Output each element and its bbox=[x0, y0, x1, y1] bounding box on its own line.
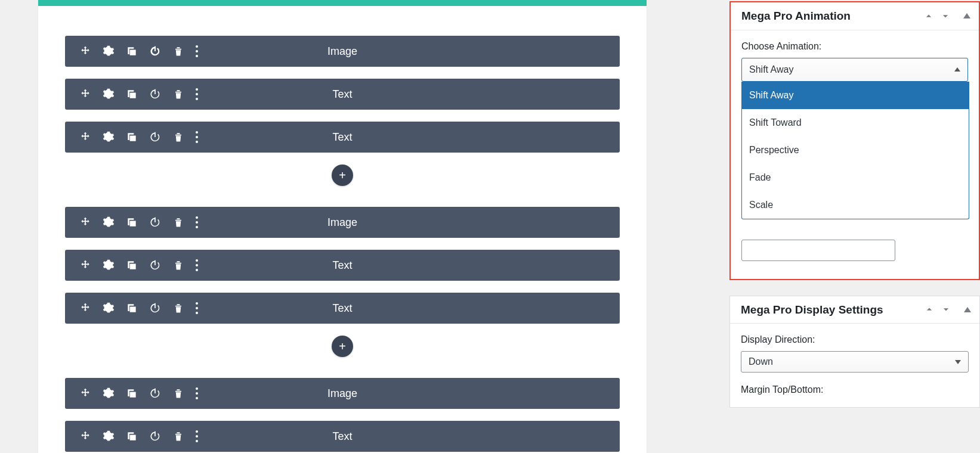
block-row[interactable]: Text bbox=[65, 122, 620, 153]
duplicate-icon[interactable] bbox=[126, 88, 138, 100]
power-icon[interactable] bbox=[149, 216, 161, 228]
move-icon[interactable] bbox=[79, 45, 91, 57]
gear-icon[interactable] bbox=[103, 131, 115, 143]
more-icon[interactable] bbox=[196, 259, 198, 271]
gear-icon[interactable] bbox=[103, 45, 115, 57]
block-row[interactable]: Text bbox=[65, 421, 620, 452]
option-shift-away[interactable]: Shift Away bbox=[742, 82, 969, 109]
block-label: Image bbox=[327, 45, 357, 58]
more-icon[interactable] bbox=[196, 302, 198, 314]
trash-icon[interactable] bbox=[172, 45, 184, 57]
option-scale[interactable]: Scale bbox=[742, 191, 969, 219]
chevron-down-icon[interactable] bbox=[939, 10, 951, 22]
move-icon[interactable] bbox=[79, 430, 91, 442]
gear-icon[interactable] bbox=[103, 430, 115, 442]
block-row[interactable]: Image bbox=[65, 36, 620, 67]
block-label: Image bbox=[327, 387, 357, 400]
more-icon[interactable] bbox=[196, 387, 198, 399]
move-icon[interactable] bbox=[79, 387, 91, 399]
trash-icon[interactable] bbox=[172, 259, 184, 271]
svg-rect-0 bbox=[154, 89, 156, 94]
more-icon[interactable] bbox=[196, 430, 198, 442]
editor-canvas: Image Text bbox=[0, 0, 685, 453]
move-icon[interactable] bbox=[79, 302, 91, 314]
sidebar: Mega Pro Animation Choose Animation: Shi… bbox=[685, 0, 980, 453]
collapse-icon[interactable] bbox=[963, 13, 970, 18]
secondary-input[interactable] bbox=[741, 240, 895, 261]
option-perspective[interactable]: Perspective bbox=[742, 136, 969, 164]
gear-icon[interactable] bbox=[103, 216, 115, 228]
move-icon[interactable] bbox=[79, 259, 91, 271]
section-header-bar bbox=[38, 0, 647, 6]
duplicate-icon[interactable] bbox=[126, 259, 138, 271]
gear-icon[interactable] bbox=[103, 88, 115, 100]
block-label: Text bbox=[332, 88, 352, 101]
block-label: Image bbox=[327, 216, 357, 229]
animation-select[interactable]: Shift Away bbox=[741, 58, 968, 82]
svg-rect-1 bbox=[154, 132, 156, 137]
block-row[interactable]: Text bbox=[65, 79, 620, 110]
power-icon[interactable] bbox=[149, 259, 161, 271]
duplicate-icon[interactable] bbox=[126, 45, 138, 57]
gear-icon[interactable] bbox=[103, 302, 115, 314]
power-icon[interactable] bbox=[149, 45, 161, 57]
block-label: Text bbox=[332, 131, 352, 144]
animation-panel: Mega Pro Animation Choose Animation: Shi… bbox=[729, 1, 980, 280]
more-icon[interactable] bbox=[196, 45, 198, 57]
direction-select[interactable]: Down bbox=[741, 351, 969, 373]
duplicate-icon[interactable] bbox=[126, 131, 138, 143]
gear-icon[interactable] bbox=[103, 387, 115, 399]
block-row[interactable]: Text bbox=[65, 250, 620, 281]
block-row[interactable]: Image bbox=[65, 207, 620, 238]
move-icon[interactable] bbox=[79, 88, 91, 100]
more-icon[interactable] bbox=[196, 88, 198, 100]
add-block-button[interactable]: + bbox=[332, 165, 353, 186]
trash-icon[interactable] bbox=[172, 430, 184, 442]
panel-title: Mega Pro Display Settings bbox=[741, 302, 923, 318]
block-label: Text bbox=[332, 430, 352, 443]
content-panel: Image Text bbox=[38, 0, 647, 453]
svg-rect-3 bbox=[154, 260, 156, 265]
duplicate-icon[interactable] bbox=[126, 387, 138, 399]
trash-icon[interactable] bbox=[172, 88, 184, 100]
add-block-button[interactable]: + bbox=[332, 336, 353, 357]
collapse-icon[interactable] bbox=[964, 307, 971, 312]
svg-rect-4 bbox=[154, 303, 156, 308]
option-shift-toward[interactable]: Shift Toward bbox=[742, 109, 969, 136]
select-value: Down bbox=[749, 356, 773, 367]
triangle-down-icon bbox=[955, 360, 961, 364]
duplicate-icon[interactable] bbox=[126, 216, 138, 228]
chevron-up-icon[interactable] bbox=[923, 303, 935, 315]
animation-dropdown: Shift Away Shift Toward Perspective Fade… bbox=[741, 82, 969, 219]
trash-icon[interactable] bbox=[172, 387, 184, 399]
direction-field-label: Display Direction: bbox=[741, 334, 969, 345]
move-icon[interactable] bbox=[79, 131, 91, 143]
trash-icon[interactable] bbox=[172, 216, 184, 228]
block-label: Text bbox=[332, 302, 352, 315]
power-icon[interactable] bbox=[149, 430, 161, 442]
select-value: Shift Away bbox=[749, 64, 793, 75]
gear-icon[interactable] bbox=[103, 259, 115, 271]
more-icon[interactable] bbox=[196, 131, 198, 143]
trash-icon[interactable] bbox=[172, 131, 184, 143]
duplicate-icon[interactable] bbox=[126, 302, 138, 314]
svg-rect-5 bbox=[154, 389, 156, 393]
power-icon[interactable] bbox=[149, 302, 161, 314]
block-label: Text bbox=[332, 259, 352, 272]
option-fade[interactable]: Fade bbox=[742, 164, 969, 191]
panel-title: Mega Pro Animation bbox=[741, 8, 923, 24]
svg-rect-2 bbox=[154, 218, 156, 222]
chevron-down-icon[interactable] bbox=[940, 303, 952, 315]
move-icon[interactable] bbox=[79, 216, 91, 228]
triangle-up-icon bbox=[954, 67, 960, 72]
block-row[interactable]: Text bbox=[65, 293, 620, 324]
power-icon[interactable] bbox=[149, 88, 161, 100]
display-panel: Mega Pro Display Settings Display Direct… bbox=[729, 296, 980, 408]
power-icon[interactable] bbox=[149, 131, 161, 143]
trash-icon[interactable] bbox=[172, 302, 184, 314]
duplicate-icon[interactable] bbox=[126, 430, 138, 442]
power-icon[interactable] bbox=[149, 387, 161, 399]
more-icon[interactable] bbox=[196, 216, 198, 228]
chevron-up-icon[interactable] bbox=[923, 10, 935, 22]
block-row[interactable]: Image bbox=[65, 378, 620, 409]
